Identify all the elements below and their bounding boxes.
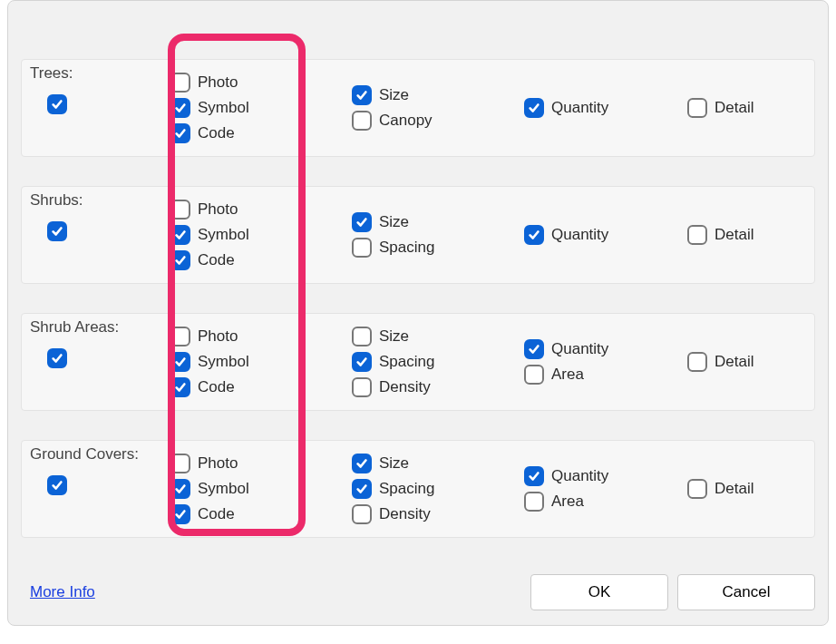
ground-covers-detail-label: Detail [714,480,753,498]
shrub-areas-row: Photo Symbol Code Size Spacing Density Q… [21,313,815,411]
shrub-areas-master-checkbox[interactable] [47,348,67,368]
shrub-areas-symbol-label: Symbol [198,353,249,371]
trees-quantity-checkbox[interactable]: Quantity [524,98,687,118]
ground-covers-label: Ground Covers: [30,445,139,463]
shrubs-col4: Detail [687,225,809,245]
trees-size-checkbox[interactable]: Size [352,85,524,105]
shrub-areas-density-checkbox[interactable]: Density [352,377,524,397]
ground-covers-spacing-label: Spacing [379,480,434,498]
shrubs-spacing-label: Spacing [379,239,434,257]
shrub-areas-spacing-label: Spacing [379,353,434,371]
section-shrubs: Shrubs: Photo Symbol Code Size Spacing Q… [8,186,828,284]
ground-covers-area-label: Area [551,493,584,511]
shrubs-detail-label: Detail [714,226,753,244]
shrubs-quantity-checkbox[interactable]: Quantity [524,225,687,245]
trees-detail-label: Detail [714,99,753,117]
shrub-areas-area-checkbox[interactable]: Area [524,365,687,385]
trees-col2: Size Canopy [352,85,524,131]
ground-covers-master-col [22,475,170,503]
trees-master-checkbox[interactable] [47,94,67,114]
trees-code-label: Code [198,124,235,142]
ground-covers-code-checkbox[interactable]: Code [170,504,352,524]
shrub-areas-col1: Photo Symbol Code [170,327,352,397]
shrub-areas-col2: Size Spacing Density [352,327,524,397]
shrubs-symbol-checkbox[interactable]: Symbol [170,225,352,245]
ground-covers-row: Photo Symbol Code Size Spacing Density Q… [21,440,815,538]
shrubs-col1: Photo Symbol Code [170,200,352,270]
shrub-areas-size-label: Size [379,327,409,346]
shrubs-photo-checkbox[interactable]: Photo [170,200,352,220]
cancel-button[interactable]: Cancel [677,574,815,610]
shrubs-master-checkbox[interactable] [47,221,67,241]
shrub-areas-detail-checkbox[interactable]: Detail [687,352,809,372]
ground-covers-photo-label: Photo [198,454,238,473]
trees-photo-label: Photo [198,73,238,92]
more-info-link[interactable]: More Info [30,583,95,601]
shrubs-label: Shrubs: [30,191,83,210]
shrubs-symbol-label: Symbol [198,226,249,244]
shrubs-size-checkbox[interactable]: Size [352,212,524,232]
shrub-areas-density-label: Density [379,378,431,396]
shrubs-row: Photo Symbol Code Size Spacing Quantity … [21,186,815,284]
trees-canopy-checkbox[interactable]: Canopy [352,111,524,131]
ground-covers-size-checkbox[interactable]: Size [352,454,524,473]
shrubs-code-label: Code [198,251,235,269]
ground-covers-master-checkbox[interactable] [47,475,67,495]
shrubs-spacing-checkbox[interactable]: Spacing [352,238,524,258]
shrubs-col2: Size Spacing [352,212,524,258]
ground-covers-density-checkbox[interactable]: Density [352,504,524,524]
shrubs-photo-label: Photo [198,200,238,219]
ground-covers-col2: Size Spacing Density [352,454,524,524]
trees-quantity-label: Quantity [551,99,608,117]
ok-button[interactable]: OK [530,574,668,610]
ground-covers-photo-checkbox[interactable]: Photo [170,454,352,473]
trees-size-label: Size [379,86,409,104]
shrubs-col3: Quantity [524,225,687,245]
shrubs-master-col [22,221,170,249]
trees-col1: Photo Symbol Code [170,73,352,143]
shrub-areas-code-label: Code [198,378,235,396]
ground-covers-symbol-label: Symbol [198,480,249,498]
shrubs-code-checkbox[interactable]: Code [170,250,352,270]
dialog-footer: More Info OK Cancel [30,574,815,610]
shrub-areas-symbol-checkbox[interactable]: Symbol [170,352,352,372]
shrub-areas-master-col [22,348,170,376]
shrub-areas-spacing-checkbox[interactable]: Spacing [352,352,524,372]
ground-covers-code-label: Code [198,505,235,523]
shrub-areas-col3: Quantity Area [524,339,687,385]
trees-photo-checkbox[interactable]: Photo [170,73,352,93]
ground-covers-size-label: Size [379,454,409,473]
shrub-areas-photo-checkbox[interactable]: Photo [170,327,352,346]
ground-covers-density-label: Density [379,505,431,523]
trees-symbol-label: Symbol [198,99,249,117]
trees-detail-checkbox[interactable]: Detail [687,98,809,118]
trees-master-col [22,94,170,122]
trees-code-checkbox[interactable]: Code [170,123,352,143]
footer-buttons: OK Cancel [530,574,815,610]
shrub-areas-col4: Detail [687,352,809,372]
shrub-areas-size-checkbox[interactable]: Size [352,327,524,346]
ground-covers-detail-checkbox[interactable]: Detail [687,479,809,499]
ground-covers-spacing-checkbox[interactable]: Spacing [352,479,524,499]
trees-canopy-label: Canopy [379,112,433,130]
trees-symbol-checkbox[interactable]: Symbol [170,98,352,118]
shrubs-quantity-label: Quantity [551,226,608,244]
shrub-areas-quantity-label: Quantity [551,340,608,358]
shrub-areas-label: Shrub Areas: [30,318,119,337]
section-shrub-areas: Shrub Areas: Photo Symbol Code Size Spac… [8,313,828,411]
settings-dialog: Trees: Photo Symbol Code Size Canopy [7,0,829,626]
trees-col3: Quantity [524,98,687,118]
trees-row: Photo Symbol Code Size Canopy Quantity D… [21,59,815,157]
ground-covers-area-checkbox[interactable]: Area [524,492,687,512]
shrub-areas-area-label: Area [551,366,584,384]
ground-covers-quantity-checkbox[interactable]: Quantity [524,466,687,486]
shrubs-size-label: Size [379,213,409,231]
ground-covers-symbol-checkbox[interactable]: Symbol [170,479,352,499]
trees-col4: Detail [687,98,809,118]
shrub-areas-detail-label: Detail [714,353,753,371]
ground-covers-col4: Detail [687,479,809,499]
shrubs-detail-checkbox[interactable]: Detail [687,225,809,245]
shrub-areas-quantity-checkbox[interactable]: Quantity [524,339,687,359]
shrub-areas-code-checkbox[interactable]: Code [170,377,352,397]
ground-covers-col3: Quantity Area [524,466,687,512]
